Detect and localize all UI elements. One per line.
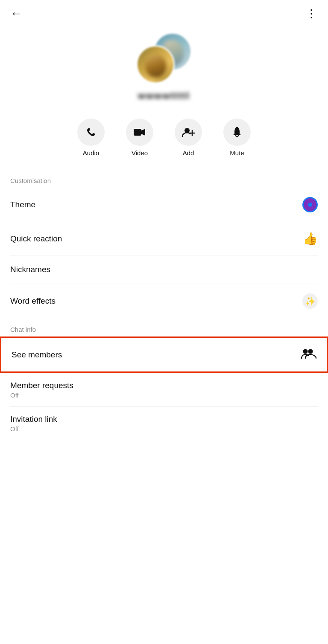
back-button[interactable]: ← bbox=[10, 8, 22, 20]
theme-item[interactable]: Theme bbox=[0, 188, 328, 222]
add-person-icon bbox=[175, 119, 202, 146]
mute-icon bbox=[223, 119, 251, 146]
theme-label: Theme bbox=[10, 200, 35, 209]
member-requests-sub: Off bbox=[10, 392, 318, 399]
group-members-icon bbox=[301, 347, 316, 362]
audio-label: Audio bbox=[83, 149, 99, 157]
svg-point-5 bbox=[308, 349, 313, 354]
avatar-group bbox=[136, 32, 192, 84]
invitation-link-label: Invitation link bbox=[10, 415, 318, 424]
profile-name: wwwwttttl bbox=[138, 90, 190, 102]
action-video[interactable]: Video bbox=[126, 119, 153, 157]
theme-dot-inner bbox=[308, 203, 312, 207]
avatar-front bbox=[136, 45, 175, 84]
word-effects-label: Word effects bbox=[10, 296, 56, 306]
sparkle-icon: ✨ bbox=[302, 293, 318, 309]
action-mute[interactable]: Mute bbox=[223, 119, 251, 157]
mute-label: Mute bbox=[230, 149, 244, 157]
member-requests-item[interactable]: Member requests Off bbox=[0, 373, 328, 406]
profile-section: wwwwttttl bbox=[0, 24, 328, 114]
theme-icon bbox=[302, 197, 318, 212]
thumbs-up-icon: 👍 bbox=[303, 232, 318, 246]
customisation-header: Customisation bbox=[0, 169, 328, 188]
add-label: Add bbox=[183, 149, 194, 157]
more-options-button[interactable]: ⋮ bbox=[306, 8, 318, 19]
quick-reaction-item[interactable]: Quick reaction 👍 bbox=[0, 222, 328, 255]
quick-reaction-label: Quick reaction bbox=[10, 234, 62, 244]
action-add[interactable]: Add bbox=[175, 119, 202, 157]
svg-point-4 bbox=[303, 349, 308, 354]
invitation-link-sub: Off bbox=[10, 425, 318, 432]
see-members-item[interactable]: See members bbox=[0, 337, 328, 373]
svg-rect-0 bbox=[134, 129, 141, 136]
see-members-label: See members bbox=[12, 350, 62, 360]
audio-icon bbox=[77, 119, 105, 146]
word-effects-item[interactable]: Word effects ✨ bbox=[0, 284, 328, 318]
nicknames-label: Nicknames bbox=[10, 265, 50, 274]
invitation-link-item[interactable]: Invitation link Off bbox=[0, 407, 328, 440]
chat-info-header: Chat info bbox=[0, 318, 328, 337]
action-audio[interactable]: Audio bbox=[77, 119, 105, 157]
member-requests-label: Member requests bbox=[10, 381, 318, 390]
video-label: Video bbox=[132, 149, 148, 157]
video-icon bbox=[126, 119, 153, 146]
nicknames-item[interactable]: Nicknames bbox=[0, 255, 328, 284]
action-row: Audio Video Add Mute bbox=[0, 114, 328, 169]
header: ← ⋮ bbox=[0, 0, 328, 24]
